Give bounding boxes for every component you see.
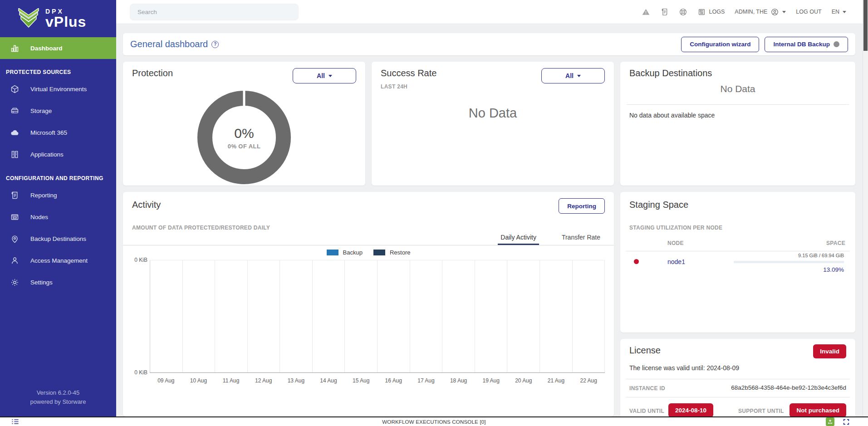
internal-db-backup-button[interactable]: Internal DB Backup bbox=[765, 37, 848, 52]
header-buttons: Configuration wizard Internal DB Backup bbox=[681, 37, 848, 52]
protection-filter-dropdown[interactable]: All bbox=[293, 68, 356, 83]
user-menu[interactable]: ADMIN, THE bbox=[735, 8, 786, 16]
backup-legend-swatch bbox=[327, 250, 338, 255]
x-axis-label: 16 Aug bbox=[377, 377, 410, 384]
sidebar-item-storage[interactable]: Storage bbox=[0, 100, 116, 122]
x-axis-label: 20 Aug bbox=[507, 377, 540, 384]
db-backup-status-icon bbox=[834, 41, 839, 47]
sidebar-item-label: Reporting bbox=[30, 192, 57, 199]
chevron-down-icon bbox=[782, 11, 786, 13]
staging-table-headers: NODE SPACE bbox=[620, 240, 855, 251]
x-axis-label: 18 Aug bbox=[442, 377, 475, 384]
valid-until-label: VALID UNTIL bbox=[629, 408, 664, 414]
license-card: License Invalid The license was valid un… bbox=[620, 339, 855, 426]
bar-chart-icon bbox=[10, 44, 20, 53]
x-axis-label: 13 Aug bbox=[280, 377, 313, 384]
sidebar-item-label: Access Management bbox=[30, 257, 88, 264]
tab-transfer-rate[interactable]: Transfer Rate bbox=[559, 232, 603, 245]
activity-card: Activity Reporting AMOUNT OF DATA PROTEC… bbox=[123, 192, 614, 416]
sidebar-item-dashboard[interactable]: Dashboard bbox=[0, 37, 116, 59]
tab-daily-activity[interactable]: Daily Activity bbox=[498, 232, 539, 245]
chart-gridline-cell bbox=[248, 260, 280, 372]
divider bbox=[626, 397, 850, 397]
column-header-space: SPACE bbox=[826, 240, 845, 246]
chevron-down-icon bbox=[843, 11, 846, 13]
sidebar-item-applications[interactable]: Applications bbox=[0, 143, 116, 165]
version-info: Version 6.2.0-45 powered by Storware bbox=[0, 388, 116, 406]
applications-icon bbox=[10, 150, 20, 159]
sidebar-item-backup-destinations[interactable]: Backup Destinations bbox=[0, 228, 116, 250]
help-button[interactable] bbox=[679, 8, 687, 16]
protection-card: Protection All 0% 0% OF ALL bbox=[123, 62, 365, 186]
sidebar-item-virtual-environments[interactable]: Virtual Environments bbox=[0, 78, 116, 100]
version-number: Version 6.2.0-45 bbox=[0, 388, 116, 397]
help-icon[interactable]: ? bbox=[211, 41, 219, 48]
chart-gridline-cell bbox=[540, 260, 573, 372]
sidebar-item-microsoft-365[interactable]: Microsoft 365 bbox=[0, 122, 116, 143]
sidebar-item-reporting[interactable]: Reporting bbox=[0, 184, 116, 206]
activity-tabs: Daily Activity Transfer Rate bbox=[123, 232, 614, 245]
chart-gridline-cell bbox=[313, 260, 345, 372]
logout-button[interactable]: LOG OUT bbox=[796, 9, 821, 15]
sidebar-item-settings[interactable]: Settings bbox=[0, 271, 116, 293]
vertical-scrollbar[interactable] bbox=[863, 0, 868, 416]
sidebar-item-label: Settings bbox=[30, 279, 53, 286]
node-link[interactable]: node1 bbox=[667, 258, 685, 265]
instance-id-value: 68a2b568-4358-464e-be92-12b3e4c3ef6d bbox=[731, 384, 846, 391]
brand-name: DPX vPlus bbox=[45, 8, 86, 30]
reports-button[interactable] bbox=[660, 8, 669, 16]
language-label: EN bbox=[832, 9, 839, 15]
chart-gridline-cell bbox=[183, 260, 216, 372]
chevron-down-icon bbox=[577, 75, 581, 77]
restore-legend-swatch bbox=[373, 250, 385, 255]
internal-db-backup-label: Internal DB Backup bbox=[773, 41, 830, 48]
protection-percent-sub: 0% OF ALL bbox=[228, 143, 260, 150]
workflow-console-bar[interactable]: WORKFLOW EXECUTIONS CONSOLE [0] bbox=[0, 416, 868, 426]
chart-gridline-cell bbox=[573, 260, 605, 372]
warning-triangle-icon bbox=[642, 8, 650, 16]
scrollbar-thumb[interactable] bbox=[863, 0, 868, 51]
success-rate-subtitle: LAST 24H bbox=[381, 83, 407, 90]
support-until-badge: Not purchased bbox=[790, 403, 846, 417]
sidebar-item-label: Dashboard bbox=[30, 45, 63, 52]
configuration-wizard-button[interactable]: Configuration wizard bbox=[681, 37, 759, 52]
user-label: ADMIN, THE bbox=[735, 9, 767, 15]
backup-destinations-title: Backup Destinations bbox=[629, 68, 712, 78]
x-axis-label: 22 Aug bbox=[572, 377, 605, 384]
protection-percent: 0% bbox=[234, 126, 254, 141]
sidebar-item-label: Backup Destinations bbox=[30, 235, 86, 242]
staging-subtitle: STAGING UTILIZATION PER NODE bbox=[629, 225, 722, 231]
page-title: General dashboard ? bbox=[130, 39, 219, 49]
chart-gridline-cell bbox=[475, 260, 508, 372]
logs-button[interactable]: LOGS bbox=[697, 8, 725, 16]
protection-donut: 0% 0% OF ALL bbox=[197, 91, 291, 184]
success-rate-filter-label: All bbox=[565, 72, 574, 79]
support-until-label: SUPPORT UNTIL bbox=[738, 408, 784, 414]
sidebar-section-protected-sources: PROTECTED SOURCES bbox=[0, 59, 116, 78]
cube-icon bbox=[10, 84, 20, 94]
node-status-icon bbox=[634, 259, 639, 264]
node-space-usage: 9.15 GiB / 69.94 GiB bbox=[798, 253, 844, 258]
vplus-chevron-icon bbox=[17, 8, 40, 30]
language-menu[interactable]: EN bbox=[832, 9, 846, 15]
alerts-button[interactable] bbox=[642, 8, 650, 16]
chart-gridline-cell bbox=[280, 260, 313, 372]
sidebar-item-access-management[interactable]: Access Management bbox=[0, 250, 116, 271]
x-axis-label: 10 Aug bbox=[182, 377, 215, 384]
backup-destinations-note: No data about available space bbox=[629, 112, 715, 119]
search-input[interactable] bbox=[130, 4, 299, 20]
chart-gridline-cell bbox=[442, 260, 475, 372]
powered-by: powered by Storware bbox=[0, 397, 116, 406]
sidebar-item-label: Storage bbox=[30, 108, 52, 114]
brand-logo[interactable]: DPX vPlus bbox=[0, 0, 116, 37]
success-rate-card: Success Rate LAST 24H All No Data bbox=[372, 62, 614, 186]
sidebar-item-nodes[interactable]: Nodes bbox=[0, 206, 116, 228]
logs-icon bbox=[697, 8, 706, 16]
success-rate-filter-dropdown[interactable]: All bbox=[541, 68, 605, 83]
activity-reporting-button[interactable]: Reporting bbox=[559, 198, 605, 214]
divider bbox=[626, 379, 850, 379]
x-axis-label: 21 Aug bbox=[540, 377, 573, 384]
chevron-down-icon bbox=[329, 75, 332, 77]
backup-legend-label: Backup bbox=[343, 249, 363, 256]
report-scroll-icon bbox=[660, 8, 669, 16]
